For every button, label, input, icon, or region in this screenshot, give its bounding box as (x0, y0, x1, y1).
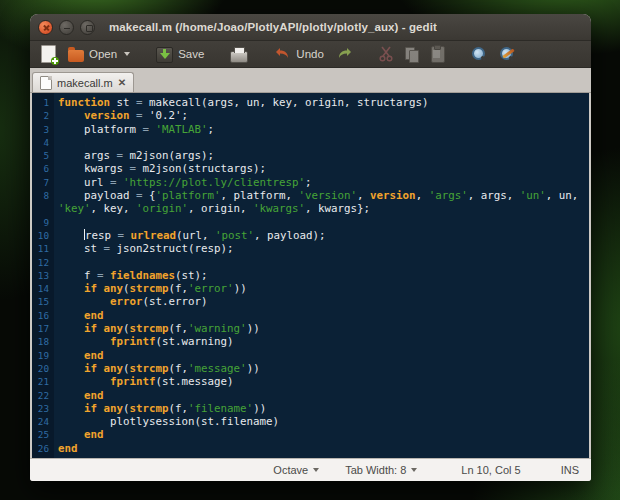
language-label: Octave (273, 464, 308, 476)
toolbar: Open Save Undo (30, 41, 591, 68)
search-icon (471, 46, 487, 62)
paste-button[interactable] (428, 44, 448, 65)
open-folder-icon (68, 50, 84, 62)
code-row: 10 resp = urlread(url, 'post', payload); (32, 229, 589, 242)
print-button[interactable] (227, 44, 251, 65)
line-number (32, 202, 54, 215)
copy-button[interactable] (402, 45, 422, 64)
line-number: 4 (32, 136, 54, 149)
code-row: 25 end (32, 428, 589, 441)
copy-icon (405, 47, 419, 62)
redo-button[interactable] (333, 43, 356, 65)
line-number: 14 (32, 282, 54, 295)
code-row: 'key', key, 'origin', origin, 'kwargs', … (32, 202, 589, 215)
window-title: makecall.m (/home/Joao/PlotlyAPI/plotly/… (109, 21, 437, 33)
line-number: 15 (32, 295, 54, 308)
tab-bar: makecall.m ✕ (30, 68, 591, 93)
line-number: 20 (32, 362, 54, 375)
line-number: 10 (32, 229, 54, 242)
code-row: 3 platform = 'MATLAB'; (32, 123, 589, 136)
code-row: 9 (32, 216, 589, 229)
line-number: 2 (32, 109, 54, 122)
tab-width-label: Tab Width: 8 (345, 464, 406, 476)
code-row: 11 st = json2struct(resp); (32, 242, 589, 255)
titlebar[interactable]: makecall.m (/home/Joao/PlotlyAPI/plotly/… (30, 14, 591, 41)
line-number: 5 (32, 149, 54, 162)
code-row: 8 payload = {'platform', platform, 'vers… (32, 189, 589, 202)
line-number: 26 (32, 442, 54, 455)
close-button[interactable] (38, 20, 53, 35)
maximize-button[interactable] (80, 20, 95, 35)
chevron-down-icon (313, 468, 319, 472)
line-number: 22 (32, 389, 54, 402)
line-number: 8 (32, 189, 54, 202)
code-row: 15 error(st.error) (32, 295, 589, 308)
line-number: 7 (32, 176, 54, 189)
line-number: 3 (32, 123, 54, 136)
new-document-button[interactable] (38, 43, 59, 65)
open-button[interactable]: Open (65, 45, 133, 64)
code-row: 20 if any(strcmp(f,'message')) (32, 362, 589, 375)
document-icon (40, 76, 52, 90)
line-number: 24 (32, 415, 54, 428)
save-icon (156, 47, 173, 63)
open-dropdown-icon (124, 52, 130, 56)
line-number: 23 (32, 402, 54, 415)
code-row: 16 end (32, 309, 589, 322)
code-row: 7 url = 'https://plot.ly/clientresp'; (32, 176, 589, 189)
text-editor-area[interactable]: 1function st = makecall(args, un, key, o… (30, 93, 591, 458)
redo-icon (336, 45, 353, 63)
code-row: 12 (32, 256, 589, 269)
line-number: 16 (32, 309, 54, 322)
open-label: Open (89, 48, 117, 60)
line-number: 12 (32, 256, 54, 269)
find-replace-icon (499, 46, 515, 62)
chevron-down-icon (411, 468, 417, 472)
code-row: 17 if any(strcmp(f,'warning')) (32, 322, 589, 335)
line-number: 1 (32, 96, 54, 109)
save-button[interactable]: Save (153, 44, 207, 65)
code-row: 19 end (32, 349, 589, 362)
tab-close-icon[interactable]: ✕ (118, 78, 126, 88)
language-selector[interactable]: Octave (273, 464, 319, 476)
undo-button[interactable]: Undo (271, 43, 327, 65)
line-number: 19 (32, 349, 54, 362)
line-number: 13 (32, 269, 54, 282)
code-lines: 1function st = makecall(args, un, key, o… (32, 96, 589, 455)
minimize-button[interactable] (59, 20, 74, 35)
new-document-icon (41, 45, 56, 63)
code-row: 24 plotlysession(st.filename) (32, 415, 589, 428)
find-button[interactable] (468, 44, 490, 64)
code-row: 4 (32, 136, 589, 149)
tab-width-selector[interactable]: Tab Width: 8 (345, 464, 417, 476)
line-number: 9 (32, 216, 54, 229)
line-number: 25 (32, 428, 54, 441)
replace-button[interactable] (496, 44, 518, 64)
print-icon (230, 51, 248, 63)
code-row: 18 fprintf(st.warning) (32, 335, 589, 348)
paste-clipboard-icon (431, 46, 445, 63)
code-row: 21 fprintf(st.message) (32, 375, 589, 388)
code-row: 2 version = '0.2'; (32, 109, 589, 122)
line-number: 11 (32, 242, 54, 255)
code-row: 23 if any(strcmp(f,'filename')) (32, 402, 589, 415)
code-row: 6 kwargs = m2json(structargs); (32, 162, 589, 175)
code-row: 22 end (32, 389, 589, 402)
tab-label: makecall.m (57, 77, 113, 89)
cut-button[interactable] (376, 44, 396, 64)
code-row: 1function st = makecall(args, un, key, o… (32, 96, 589, 109)
tab-makecall[interactable]: makecall.m ✕ (32, 72, 134, 92)
line-number: 17 (32, 322, 54, 335)
code-row: 26end (32, 442, 589, 455)
status-bar: Octave Tab Width: 8 Ln 10, Col 5 INS (30, 458, 591, 481)
save-label: Save (178, 48, 204, 60)
insert-mode-indicator: INS (561, 464, 579, 476)
undo-icon (274, 45, 291, 63)
line-number: 21 (32, 375, 54, 388)
line-number: 18 (32, 335, 54, 348)
code-row: 14 if any(strcmp(f,'error')) (32, 282, 589, 295)
code-row: 5 args = m2json(args); (32, 149, 589, 162)
line-number: 6 (32, 162, 54, 175)
cut-scissors-icon (379, 46, 393, 62)
code-row: 13 f = fieldnames(st); (32, 269, 589, 282)
